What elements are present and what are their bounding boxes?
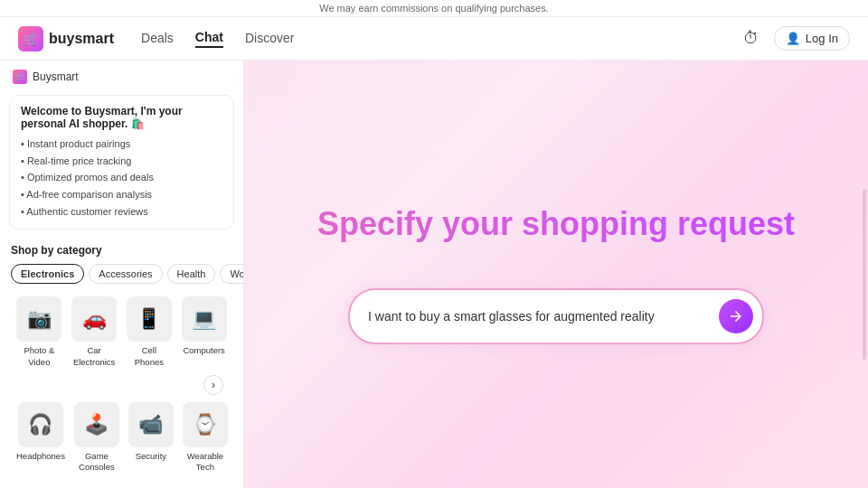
right-scrollbar <box>863 189 866 360</box>
more-products-button[interactable]: › <box>203 375 223 395</box>
nav-discover[interactable]: Discover <box>245 31 294 47</box>
category-tabs: Electronics Accessories Health Womenswea… <box>11 264 232 284</box>
product-img-computers: 💻 <box>182 296 227 342</box>
header-right: ⏱ 👤 Log In <box>743 26 850 51</box>
welcome-feature-5: Authentic customer reviews <box>21 203 222 221</box>
main-title: Specify your shopping request <box>317 205 795 243</box>
main-nav: Deals Chat Discover <box>141 30 294 48</box>
product-game-consoles[interactable]: 🕹️ Game Consoles <box>72 399 121 477</box>
product-label-photo-video: Photo & Video <box>16 345 62 368</box>
product-computers[interactable]: 💻 Computers <box>179 293 229 371</box>
nav-deals[interactable]: Deals <box>141 31 174 47</box>
tab-electronics[interactable]: Electronics <box>11 264 84 284</box>
login-label: Log In <box>806 32 838 45</box>
product-label-cell-phones: Cell Phones <box>127 345 173 368</box>
product-img-headphones: 🎧 <box>18 402 63 447</box>
product-img-car-electronics: 🚗 <box>71 296 117 342</box>
product-grid-row1: 📷 Photo & Video 🚗 Car Electronics 📱 Cell… <box>11 293 232 371</box>
product-label-computers: Computers <box>183 345 224 356</box>
welcome-feature-2: Real-time price tracking <box>21 153 222 170</box>
more-arrow-row1: › <box>11 371 232 399</box>
welcome-feature-4: Ad-free comparison analysis <box>21 186 222 203</box>
product-img-wearable-tech: ⌚ <box>183 402 228 447</box>
sidebar: 🛒 Buysmart Welcome to Buysmart, I'm your… <box>0 61 244 488</box>
product-img-cell-phones: 📱 <box>127 296 172 342</box>
main-area: 🛒 Buysmart Welcome to Buysmart, I'm your… <box>0 61 868 488</box>
tab-health[interactable]: Health <box>167 264 216 284</box>
logo-icon: 🛒 <box>18 26 43 52</box>
header: 🛒 buysmart Deals Chat Discover ⏱ 👤 Log I… <box>0 17 868 61</box>
welcome-feature-3: Optimized promos and deals <box>21 169 222 186</box>
product-label-game-consoles: Game Consoles <box>74 451 119 474</box>
product-img-security: 📹 <box>128 402 174 447</box>
product-label-car-electronics: Car Electronics <box>71 345 118 368</box>
category-section-title: Shop by category <box>11 244 232 257</box>
product-label-wearable-tech: Wearable Tech <box>183 451 228 474</box>
main-search-submit-button[interactable] <box>719 299 753 333</box>
join-section: Join us discord reddit <box>0 483 243 488</box>
sidebar-brand: 🛒 Buysmart <box>0 61 243 89</box>
main-search-input[interactable] <box>368 309 719 324</box>
login-button[interactable]: 👤 Log In <box>774 26 850 51</box>
welcome-box: Welcome to Buysmart, I'm your personal A… <box>9 95 234 230</box>
product-photo-video[interactable]: 📷 Photo & Video <box>14 293 64 371</box>
product-wearable-tech[interactable]: ⌚ Wearable Tech <box>181 399 230 477</box>
welcome-feature-1: Instant product pairings <box>21 136 222 153</box>
right-content: Specify your shopping request <box>244 61 868 488</box>
tab-womenswear[interactable]: Womenswear <box>220 264 244 284</box>
nav-chat[interactable]: Chat <box>195 30 223 48</box>
sidebar-brand-label: Buysmart <box>33 70 79 83</box>
product-label-headphones: Headphones <box>16 451 65 462</box>
product-headphones[interactable]: 🎧 Headphones <box>14 399 67 477</box>
person-icon: 👤 <box>786 32 800 45</box>
sidebar-brand-icon: 🛒 <box>13 70 27 84</box>
tab-accessories[interactable]: Accessories <box>89 264 162 284</box>
main-search-bar <box>348 288 764 344</box>
top-banner: We may earn commissions on qualifying pu… <box>0 0 868 17</box>
product-grid-row2: 🎧 Headphones 🕹️ Game Consoles 📹 Security… <box>11 399 232 477</box>
product-img-photo-video: 📷 <box>16 296 61 342</box>
category-section: Shop by category Electronics Accessories… <box>0 235 243 482</box>
product-label-security: Security <box>136 451 166 462</box>
banner-text: We may earn commissions on qualifying pu… <box>319 3 549 14</box>
product-img-game-consoles: 🕹️ <box>74 402 119 447</box>
product-security[interactable]: 📹 Security <box>127 399 175 477</box>
logo-text: buysmart <box>49 31 114 47</box>
welcome-title: Welcome to Buysmart, I'm your personal A… <box>21 105 222 130</box>
product-car-electronics[interactable]: 🚗 Car Electronics <box>70 293 119 371</box>
logo-area: 🛒 buysmart <box>18 26 114 52</box>
product-cell-phones[interactable]: 📱 Cell Phones <box>125 293 175 371</box>
welcome-list: Instant product pairings Real-time price… <box>21 136 222 220</box>
history-icon[interactable]: ⏱ <box>743 29 760 48</box>
